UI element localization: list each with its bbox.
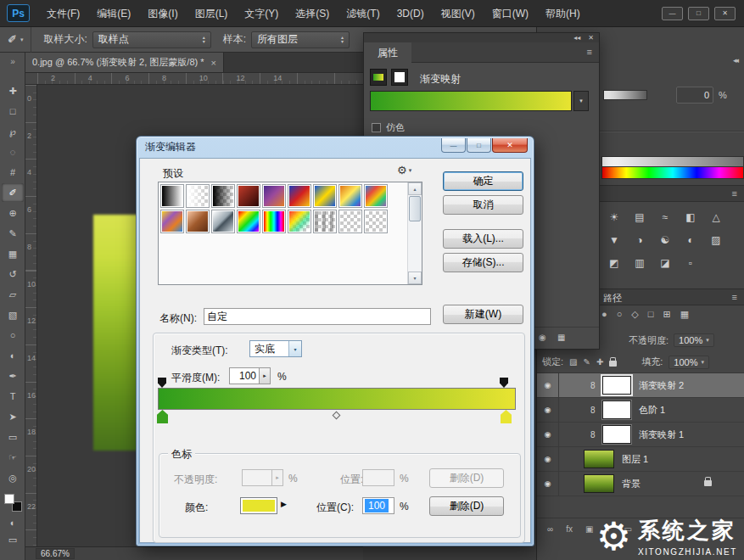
panel-footer-icon[interactable]: ▦ (557, 333, 565, 342)
adjustment-thumbnail[interactable] (370, 69, 387, 86)
layer-row[interactable]: ◉背景 (537, 472, 744, 496)
path-selection-tool[interactable]: ➤ (2, 407, 24, 426)
menu-item[interactable]: 选择(S) (287, 0, 338, 27)
menu-item[interactable]: 3D(D) (389, 0, 433, 27)
path-icon[interactable]: ◇ (631, 309, 638, 320)
color-flyout-icon[interactable]: ▶ (281, 500, 287, 508)
presets-scrollbar[interactable]: ▴ ▾ (407, 182, 422, 284)
adjustment-icon[interactable]: ◑ (627, 228, 652, 251)
brush-tool[interactable]: ✎ (2, 224, 24, 243)
gradient-preset[interactable] (364, 184, 388, 208)
gradient-preset[interactable] (160, 210, 184, 233)
dodge-tool[interactable]: ◐ (2, 346, 24, 365)
gradient-preset[interactable] (186, 184, 210, 208)
tab-close-icon[interactable]: × (211, 58, 216, 68)
load-button[interactable]: 载入(L)... (443, 229, 523, 249)
new-button[interactable]: 新建(W) (443, 305, 523, 324)
pen-tool[interactable]: ✒ (2, 367, 24, 385)
adjustment-icon[interactable]: ◐ (678, 228, 703, 251)
gradient-preset[interactable] (211, 210, 235, 233)
visibility-eye-icon[interactable]: ◉ (537, 472, 559, 496)
gradient-preset[interactable] (288, 184, 311, 208)
gradient-dropdown-button[interactable]: ▾ (573, 91, 589, 111)
path-icon[interactable]: ▦ (680, 309, 689, 320)
menu-item[interactable]: 图像(I) (139, 0, 186, 27)
gradient-edit-bar[interactable] (158, 388, 516, 410)
layer-mask-thumbnail[interactable] (602, 400, 631, 419)
mask-thumbnail[interactable] (391, 69, 408, 86)
healing-brush-tool[interactable]: ⊕ (2, 204, 24, 222)
blur-tool[interactable]: ○ (2, 326, 24, 344)
panel-menu-icon[interactable]: ≡ (587, 47, 592, 57)
document-image[interactable] (93, 215, 138, 451)
gradient-preset[interactable] (186, 210, 210, 233)
dialog-minimize-button[interactable]: — (441, 138, 466, 153)
adjustment-icon[interactable]: △ (703, 205, 729, 228)
layer-row[interactable]: ◉8渐变映射 1 (537, 423, 744, 447)
lasso-tool[interactable]: ℘ (2, 122, 24, 141)
zoom-tool[interactable]: ◎ (2, 468, 24, 487)
path-icon[interactable]: ○ (617, 309, 623, 320)
gradient-preset[interactable] (364, 210, 388, 233)
dock-collapse-icon[interactable]: ◂◂ (733, 56, 737, 64)
menu-item[interactable]: 帮助(H) (537, 0, 589, 27)
panel-footer-icon[interactable]: ▣ (585, 524, 593, 534)
color-spectrum-bar[interactable] (601, 167, 744, 179)
menu-item[interactable]: 文字(Y) (236, 0, 287, 27)
close-button[interactable]: ✕ (714, 7, 736, 20)
smoothness-slider-button[interactable]: ▸ (260, 367, 271, 384)
sample-dropdown[interactable]: 所有图层 ▴ ▾ (251, 31, 350, 48)
color-location-input[interactable]: 100 (362, 497, 394, 514)
layer-row[interactable]: ◉8色阶 1 (537, 398, 744, 423)
crop-tool[interactable]: # (2, 163, 24, 182)
adjustment-icon[interactable]: ▼ (601, 228, 627, 251)
panel-drag-bar[interactable]: ◂◂ ✕ (364, 33, 599, 42)
menu-item[interactable]: 文件(F) (38, 0, 88, 27)
stop-color-swatch[interactable] (240, 497, 277, 514)
layer-row[interactable]: ◉图层 1 (537, 447, 744, 472)
quick-mask-button[interactable]: ◐ (0, 518, 25, 528)
adjustment-icon[interactable]: ▤ (627, 205, 652, 228)
scroll-down-icon[interactable]: ▾ (408, 272, 422, 284)
gradient-preset[interactable] (211, 184, 235, 208)
zoom-level-field[interactable]: 66.67% (36, 548, 75, 559)
layer-mask-thumbnail[interactable] (602, 376, 631, 395)
menu-item[interactable]: 滤镜(T) (338, 0, 388, 27)
gradient-preset[interactable] (313, 184, 337, 208)
opacity-dropdown[interactable]: 100% ▾ (674, 333, 714, 347)
lock-icon[interactable]: ✚ (596, 357, 603, 367)
gradient-preset[interactable] (160, 184, 184, 208)
panel-menu-icon[interactable]: ≡ (732, 188, 737, 199)
gradient-preset[interactable] (313, 210, 337, 233)
panel-footer-icon[interactable]: ∞ (547, 524, 553, 534)
cancel-button[interactable]: 取消 (443, 195, 523, 215)
gradient-preset[interactable] (338, 210, 362, 233)
save-button[interactable]: 存储(S)... (443, 253, 523, 272)
visibility-eye-icon[interactable]: ◉ (537, 373, 559, 397)
gradient-preset[interactable] (338, 184, 362, 208)
adjustment-icon[interactable]: ◪ (652, 251, 678, 274)
hand-tool[interactable]: ☞ (2, 448, 24, 467)
gradient-preset[interactable] (288, 210, 311, 233)
adjustment-icon[interactable]: ▥ (627, 251, 652, 274)
screen-mode-button[interactable]: ▭ (0, 535, 25, 546)
dialog-maximize-button[interactable]: □ (467, 138, 491, 153)
visibility-eye-icon[interactable]: ◉ (537, 423, 559, 446)
panel-menu-icon[interactable]: ≡ (732, 292, 737, 302)
lock-icon[interactable]: ✎ (584, 357, 590, 367)
layer-mask-thumbnail[interactable] (602, 425, 631, 444)
gradient-preview-bar[interactable] (370, 91, 572, 111)
tab-properties[interactable]: 属性 (364, 42, 411, 63)
minimize-button[interactable]: — (662, 7, 683, 20)
maximize-button[interactable]: □ (688, 7, 709, 20)
marquee-tool[interactable]: □ (2, 102, 24, 120)
menu-item[interactable]: 编辑(E) (88, 0, 139, 27)
document-tab[interactable]: 0.jpg @ 66.7% (渐变映射 2, 图层蒙版/8) * × (25, 53, 224, 72)
adjustment-icon[interactable]: ▨ (703, 228, 729, 251)
visibility-eye-icon[interactable]: ◉ (537, 447, 559, 471)
menu-item[interactable]: 窗口(W) (484, 0, 537, 27)
panel-footer-icon[interactable]: fx (566, 524, 573, 534)
eyedropper-tool[interactable]: ✐ (2, 183, 24, 202)
type-tool[interactable]: T (2, 387, 24, 406)
scrollbar-thumb[interactable] (409, 196, 421, 221)
